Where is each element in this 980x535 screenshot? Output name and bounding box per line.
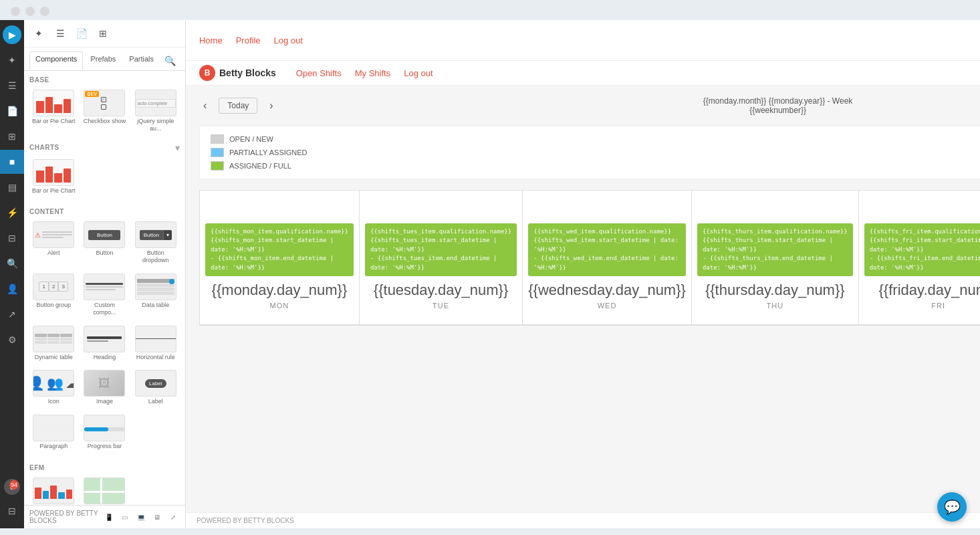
- tab-components[interactable]: Components: [29, 51, 83, 70]
- week-next-button[interactable]: ›: [265, 98, 277, 113]
- desktop-icon[interactable]: 🖥: [150, 512, 164, 522]
- sidebar-bottom-icons[interactable]: ⊟: [0, 499, 24, 523]
- panel-bottom: POWERED BY BETTY BLOCKS 📱 ▭ 💻 🖥 ⤢: [24, 505, 185, 528]
- laptop-icon[interactable]: 💻: [134, 512, 148, 522]
- shift-card-wed[interactable]: {{shifts_wed_item.qualification.name}} {…: [528, 223, 686, 277]
- nav-my-shifts-link[interactable]: My Shifts: [355, 68, 390, 78]
- mobile-icon[interactable]: 📱: [102, 512, 116, 522]
- nav-second-logout-link[interactable]: Log out: [404, 68, 433, 78]
- icon-preview: 👤👥☁: [33, 375, 74, 391]
- component-heading[interactable]: Heading: [80, 322, 128, 364]
- shift-card-thu[interactable]: {{shifts_thurs_item.qualification.name}}…: [697, 223, 853, 277]
- nav-profile-link[interactable]: Profile: [236, 35, 261, 45]
- shift-card-mon[interactable]: {{shifts_mon_item.qualification.name}} {…: [205, 223, 354, 277]
- minimize-btn[interactable]: [25, 7, 35, 16]
- second-navigation: B Betty Blocks Open Shifts My Shifts Log…: [186, 61, 980, 86]
- sidebar-item-settings[interactable]: ✦: [0, 48, 24, 72]
- component-custom[interactable]: Custom compo...: [80, 270, 128, 320]
- component-dynamic-table[interactable]: Dynamic table: [29, 322, 78, 364]
- sidebar-item-users[interactable]: 👤: [0, 277, 24, 301]
- component-thumb-data-table: [135, 274, 176, 300]
- shift-card-fri[interactable]: {{shifts_fri_item.qualification.name}} {…: [864, 223, 980, 277]
- component-thumb-button: Button: [84, 221, 125, 248]
- tab-prefabs[interactable]: Prefabs: [84, 51, 122, 70]
- day-num-thu: {{thursday.day_num}}: [697, 282, 853, 299]
- sidebar-item-db[interactable]: ▤: [0, 175, 24, 199]
- nav-open-shifts-link[interactable]: Open Shifts: [296, 68, 342, 78]
- sidebar-item-page[interactable]: 📄: [0, 99, 24, 123]
- sidebar-item-lightning[interactable]: ⚡: [0, 201, 24, 225]
- shift-mon-qual: {{shifts_mon_item.qualification.name}}: [211, 227, 348, 237]
- legend-partial-label: PARTIALLY ASSIGNED: [229, 148, 308, 156]
- shift-mon-start: {{shifts_mon_item.start_datetime | date:…: [211, 236, 348, 254]
- component-google-map[interactable]: google-map: [80, 474, 128, 505]
- component-alert[interactable]: ⚠ Alert: [29, 218, 78, 268]
- charts-collapse-btn[interactable]: ▾: [175, 142, 180, 153]
- main-content-area: Home Profile Log out 👤 {{CURRENT_WEBUSER…: [186, 20, 980, 528]
- tablet-icon[interactable]: ▭: [118, 512, 132, 522]
- calendar-legend: OPEN / NEW PARTIALLY ASSIGNED ASSIGNED /…: [199, 126, 980, 179]
- component-label-item[interactable]: Label Label: [132, 366, 180, 409]
- close-btn[interactable]: [11, 7, 20, 16]
- toolbar-layers-icon[interactable]: ☰: [51, 24, 70, 43]
- nav-logout-link[interactable]: Log out: [274, 35, 303, 45]
- notifications-item[interactable]: U 94: [4, 479, 20, 495]
- component-paragraph[interactable]: Paragraph: [29, 411, 78, 453]
- component-progress-bar[interactable]: Progress bar: [80, 411, 128, 453]
- shift-card-tue[interactable]: {{shifts_tues_item.qualification.name}} …: [365, 223, 517, 277]
- play-button[interactable]: ▶: [3, 25, 21, 44]
- component-horizontal-rule[interactable]: Horizontal rule: [132, 322, 180, 364]
- nav-home-link[interactable]: Home: [199, 35, 223, 45]
- day-name-wed: WED: [598, 302, 617, 310]
- share-icon: ↗: [8, 309, 16, 320]
- sidebar-item-screens[interactable]: ⊟: [0, 226, 24, 250]
- component-label-button: Button: [96, 249, 113, 257]
- cal-cell-mon: {{shifts_mon_item.qualification.name}} {…: [200, 191, 360, 324]
- sidebar-item-share[interactable]: ↗: [0, 302, 24, 326]
- section-content-header: CONTENT: [24, 203, 185, 218]
- week-prev-button[interactable]: ‹: [199, 98, 211, 113]
- component-button[interactable]: Button Button: [80, 218, 128, 268]
- shift-fri-qual: {{shifts_fri_item.qualification.name}}: [870, 227, 980, 237]
- component-jquery[interactable]: auto-complete jQuery simple au...: [132, 86, 180, 136]
- panel-tabs: Components Prefabs Partials 🔍: [24, 47, 185, 71]
- lightning-icon: ⚡: [7, 207, 18, 218]
- component-image[interactable]: 🖼 Image: [80, 366, 128, 409]
- component-checkbox-show[interactable]: DEV ✓ Checkbox show: [80, 86, 128, 136]
- sidebar-item-layers[interactable]: ☰: [0, 74, 24, 98]
- component-button-group[interactable]: 1 2 3 Button group: [29, 270, 78, 320]
- sidebar-item-org[interactable]: ⊞: [0, 124, 24, 148]
- maximize-btn[interactable]: [40, 7, 49, 16]
- sidebar-item-search[interactable]: 🔍: [0, 251, 24, 276]
- component-icon[interactable]: 👤👥☁ Icon: [29, 366, 78, 409]
- component-data-table[interactable]: Data table: [132, 270, 180, 320]
- sidebar-item-settings2[interactable]: ⚙: [0, 328, 24, 352]
- component-thumb-horizontal-rule: [135, 326, 176, 352]
- week-title: {{monday.month}} {{monday.year}} - Week …: [703, 96, 852, 115]
- toolbar-org-icon[interactable]: ⊞: [94, 24, 112, 43]
- component-thumb-alert: ⚠: [33, 221, 74, 248]
- component-charts-bar-pie[interactable]: Bar or Pie Chart: [29, 156, 78, 198]
- component-label-base-chart: Bar or Pie Chart: [32, 118, 76, 125]
- sidebar-item-active[interactable]: ■: [0, 150, 24, 174]
- week-today-button[interactable]: Today: [219, 98, 257, 114]
- betty-logo: B Betty Blocks: [199, 65, 276, 81]
- week-title-line2: {{weeknumber}}: [703, 106, 852, 115]
- shift-tue-end: - {{shifts_tues_item.end_datetime | date…: [370, 254, 511, 272]
- component-label-jquery: jQuery simple au...: [134, 118, 178, 132]
- component-thumb-button-dropdown: Button ▾: [135, 221, 176, 248]
- component-bar-pie-chart[interactable]: Bar or Pie Chart: [29, 86, 78, 136]
- page-icon: 📄: [7, 106, 18, 116]
- legend-full: ASSIGNED / FULL: [211, 161, 980, 171]
- search-toggle-icon[interactable]: 🔍: [161, 51, 180, 70]
- chat-button[interactable]: 💬: [937, 492, 967, 522]
- component-barchart[interactable]: Barchart: [29, 474, 78, 505]
- efm-component-grid: Barchart google-map: [24, 474, 185, 505]
- charts-section-header-row: CHARTS ▾: [24, 141, 185, 156]
- toolbar-page-icon[interactable]: 📄: [72, 24, 91, 43]
- toolbar-settings-icon[interactable]: ✦: [29, 24, 48, 43]
- expand-icon[interactable]: ⤢: [166, 512, 180, 522]
- shift-wed-start: {{shifts_wed_item.start_datetime | date:…: [533, 236, 681, 254]
- tab-partials[interactable]: Partials: [123, 51, 160, 70]
- component-button-dropdown[interactable]: Button ▾ Button dropdown: [132, 218, 180, 268]
